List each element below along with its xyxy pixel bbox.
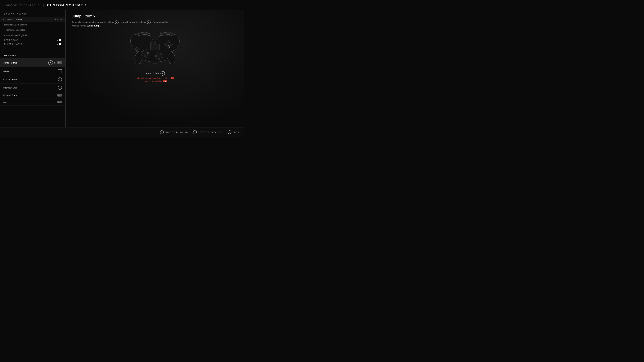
main-binding: Jump / Climb ✕ [136,71,174,76]
desc-period: . [100,24,101,27]
svg-point-1 [142,50,148,55]
control-buttons-jump-climb: ✕ ▶ R1 [48,60,62,65]
reset-to-defaults-icon: △ [193,130,197,134]
main-layout: CONTROL SCHEME CUSTOM SCHEME 1 ◄ ► ⧉ Ren… [0,10,244,127]
header: CUSTOMIZE CONTROLS | CUSTOM SCHEME 1 [0,0,244,10]
r1-button-badge: R1 [57,61,62,64]
header-divider: | [43,3,44,7]
reset-to-defaults-label: RESET TO DEFAULTS [198,131,223,133]
left-panel: CONTROL SCHEME CUSTOM SCHEME 1 ◄ ► ⧉ Ren… [0,10,66,127]
l-button-inline-2: L [147,20,150,24]
stick-settings-item[interactable]: • Left Stick and Right Stick [0,33,65,38]
control-scheme-label: CONTROL SCHEME [0,13,65,17]
controller-info: Jump / Climb ✕ Unbound from Weapon Swap … [136,71,174,82]
stick-settings-label: Left Stick and Right Stick [6,34,29,36]
unbound-badge-1: R1 [170,77,174,79]
control-buttons-crouch: ● [58,77,62,81]
general-section: GENERAL Jump / Climb ✕ ▶ R1 Melee Crouch… [0,51,65,107]
controller-orientation-item[interactable]: • Controller Orientation [0,27,65,33]
controller-diagram: ✕ SNOLOAD SRNAS [126,31,184,68]
svg-text:✕: ✕ [168,46,169,48]
right-content: Jump / Climb Jump, climb, squeeze throug… [72,14,238,82]
desc-swing-jump: Swing Jump [87,24,100,27]
upside-down-arrow[interactable]: ◄ [56,39,58,41]
copy-icon[interactable]: ⧉ [60,18,62,21]
bullet-icon: • [4,29,5,31]
unbound-row-2: Unbound from Swing R1 [136,80,174,82]
jump-to-unbound-icon: ⊙ [160,130,164,134]
rename-scheme-item[interactable]: Rename Custom Scheme [0,22,65,27]
back-button[interactable]: ✕ BACK [228,130,239,134]
unbound-text-2: Unbound from Swing [143,80,162,82]
scheme-name: CUSTOM SCHEME 1 [3,18,25,20]
rename-scheme-label: Rename Custom Scheme [4,24,27,26]
upside-down-controls: ◄ [56,39,61,41]
svg-point-8 [167,40,170,43]
scheme-left-arrow[interactable]: ◄ [54,18,56,20]
control-item-aim[interactable]: Aim L2 [0,99,65,106]
upside-down-label: UPSIDE DOWN [4,39,19,41]
flipped-always-row[interactable]: FLIPPED ALWAYS ◄ [0,42,65,46]
desc-part-1: Jump, climb, squeeze through while holdi… [72,21,114,23]
action-description: Jump, climb, squeeze through while holdi… [72,20,169,28]
reset-to-defaults-button[interactable]: △ RESET TO DEFAULTS [193,130,223,134]
control-name-interact: Interact / Grab [3,86,17,89]
unbound-badge-2: R1 [163,80,167,82]
footer: ⊙ JUMP TO UNBOUND △ RESET TO DEFAULTS ✕ … [0,128,244,137]
control-name-aim: Aim [3,101,7,103]
l-button-inline: L [115,20,118,24]
control-item-interact[interactable]: Interact / Grab △ [0,84,65,92]
control-item-crouch[interactable]: Crouch / Prone ● [0,75,65,84]
jump-to-unbound-label: JUMP TO UNBOUND [165,131,188,133]
control-buttons-aim: L2 [57,101,62,103]
controller-svg-wrapper: ✕ SNOLOAD SRNAS [126,31,184,68]
square-button-icon [58,69,62,73]
unbound-row-1: Unbound from Weapon Swap / Listen R1 [136,77,174,79]
page-title: CUSTOM SCHEME 1 [47,3,87,7]
right-panel: Jump / Climb Jump, climb, squeeze throug… [66,10,244,127]
scheme-right-arrow[interactable]: ► [57,18,59,20]
control-name-melee: Melee [3,70,9,72]
svg-text:SNOLOAD: SNOLOAD [138,63,144,64]
svg-point-7 [170,43,172,46]
svg-rect-14 [150,44,160,50]
controller-orientation-left: • Controller Orientation [4,29,26,31]
control-scheme-section: CONTROL SCHEME CUSTOM SCHEME 1 ◄ ► ⧉ Ren… [0,13,65,49]
desc-part-2: , or quick turn while holding [120,21,146,23]
arrow-right-icon: ▶ [54,61,56,64]
control-item-melee[interactable]: Melee [0,67,65,75]
svg-text:SRNAS: SRNAS [153,63,157,64]
svg-text:R2: R2 [146,57,148,58]
upside-down-row[interactable]: UPSIDE DOWN ◄ [0,38,65,42]
flipped-always-dot [59,43,61,45]
control-name-jump-climb: Jump / Climb [3,61,17,64]
binding-x-icon: ✕ [160,71,165,76]
svg-point-13 [154,41,156,43]
control-item-jump-climb[interactable]: Jump / Climb ✕ ▶ R1 [0,58,65,67]
page-subtitle: CUSTOMIZE CONTROLS [5,4,40,6]
svg-text:R1: R1 [162,57,163,58]
svg-point-9 [164,43,167,46]
upside-down-dot [59,39,61,41]
control-buttons-interact: △ [58,86,62,90]
stick-settings-left: • Left Stick and Right Stick [4,34,29,37]
controller-container: ✕ SNOLOAD SRNAS [72,31,238,82]
control-buttons-dodge: L1 [57,94,62,96]
l1-button-badge: L1 [57,94,62,96]
unbound-text-1: Unbound from Weapon Swap / Listen [136,77,169,79]
controller-orientation-label: Controller Orientation [6,29,26,31]
flipped-always-arrow[interactable]: ◄ [56,43,58,45]
scheme-arrows: ◄ ► ⧉ [54,18,62,21]
svg-rect-3 [135,48,140,50]
control-buttons-melee [58,69,62,73]
bullet-icon-2: • [4,34,5,37]
svg-point-5 [156,53,162,58]
scheme-selector[interactable]: CUSTOM SCHEME 1 ◄ ► ⧉ [0,17,65,22]
circle-button-icon: ● [58,77,62,81]
flipped-always-label: FLIPPED ALWAYS [4,43,22,45]
control-item-dodge[interactable]: Dodge / Sprint L1 [0,92,65,99]
flipped-always-controls: ◄ [56,43,61,45]
action-title: Jump / Climb [72,14,238,18]
jump-to-unbound-button[interactable]: ⊙ JUMP TO UNBOUND [160,130,188,134]
triangle-button-icon: △ [58,86,62,90]
